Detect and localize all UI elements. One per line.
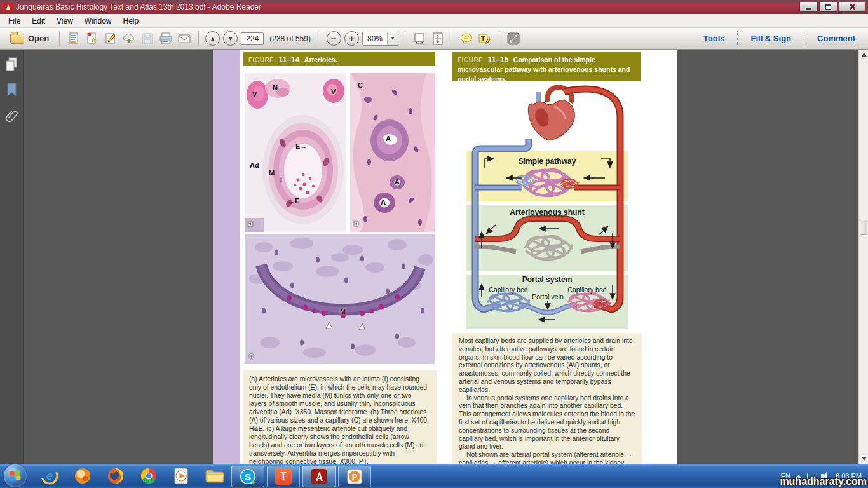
taskbar-gom-player[interactable] xyxy=(66,464,99,488)
label-endothelium-2: ←E xyxy=(288,198,299,204)
sign-button[interactable] xyxy=(103,31,118,46)
vertical-scrollbar[interactable] xyxy=(858,50,868,464)
export-pdf-icon xyxy=(86,32,98,45)
tools-pane-button[interactable]: Tools xyxy=(697,31,731,46)
taskbar: e S T P EN xyxy=(0,464,868,488)
taskbar-t-app[interactable]: T xyxy=(267,466,300,487)
label-muscle: M xyxy=(340,308,346,315)
fill-sign-pane-button[interactable]: Fill & Sign xyxy=(744,31,797,46)
firefox-icon xyxy=(106,466,125,485)
label-arteriole-2: A xyxy=(395,179,400,185)
export-pdf-button[interactable] xyxy=(85,31,100,46)
window-title: Junqueiras Basic Histology Text and Atla… xyxy=(16,3,261,11)
zoom-level-select[interactable]: 80% ▼ xyxy=(362,32,398,46)
taskbar-windows-explorer[interactable] xyxy=(198,464,231,488)
arrow-up-icon: ▲ xyxy=(210,36,215,42)
scroll-up-button[interactable] xyxy=(859,50,868,60)
zoom-dropdown-button[interactable]: ▼ xyxy=(387,32,398,45)
menu-bar: File Edit View Window Help xyxy=(0,14,868,28)
start-button[interactable] xyxy=(4,464,27,487)
figure-11-14-header: FIGURE 11–14 Arterioles. xyxy=(243,52,435,66)
fit-page-button[interactable] xyxy=(430,31,445,46)
comment-pane-button[interactable]: Comment xyxy=(811,31,862,46)
menu-view[interactable]: View xyxy=(51,15,79,27)
zoom-out-button[interactable]: − xyxy=(327,31,341,46)
upload-cloud-icon xyxy=(122,32,136,45)
paragraph-3: Not shown are arterial portal system (af… xyxy=(459,451,635,464)
label-arteriole-3: A xyxy=(381,199,386,205)
page-count-label: (238 of 559) xyxy=(269,34,311,43)
label-capillary: C xyxy=(358,82,363,88)
taskbar-firefox[interactable] xyxy=(99,464,132,488)
zoom-in-button[interactable]: + xyxy=(344,31,359,46)
label-adventitia: Ad xyxy=(250,162,259,168)
email-button[interactable] xyxy=(177,31,192,46)
panel-letter-a: a xyxy=(248,219,253,228)
figure-label: FIGURE xyxy=(248,57,274,64)
menu-edit[interactable]: Edit xyxy=(26,15,51,27)
label-venule-1: V xyxy=(252,91,257,97)
label-capillary-bed-right: Capillary bed xyxy=(567,286,606,294)
task-panes: Tools Fill & Sign Comment xyxy=(697,31,862,46)
figure-title: Arterioles. xyxy=(304,56,337,64)
open-label: Open xyxy=(28,34,49,43)
next-page-button[interactable]: ▼ xyxy=(223,31,238,46)
figure-11-14-caption: (a) Arterioles are microvessels with an … xyxy=(243,370,437,464)
menu-window[interactable]: Window xyxy=(79,15,118,27)
sign-icon xyxy=(104,32,117,45)
label-capillary-bed-left: Capillary bed xyxy=(489,286,527,294)
title-bar: Junqueiras Basic Histology Text and Atla… xyxy=(0,0,868,14)
comment-bubble-button[interactable] xyxy=(459,31,474,46)
fit-page-icon xyxy=(431,32,444,45)
fullscreen-button[interactable] xyxy=(506,31,521,46)
figure-number: 11–15 xyxy=(488,55,509,64)
save-button[interactable] xyxy=(140,31,155,46)
minimize-button[interactable] xyxy=(799,2,818,12)
highlight-text-button[interactable] xyxy=(477,31,492,46)
close-button[interactable] xyxy=(839,2,865,12)
fit-width-button[interactable] xyxy=(412,31,427,46)
attachments-icon[interactable] xyxy=(5,109,19,125)
chrome-icon xyxy=(139,466,158,485)
band-label-av-shunt: Arteriovenous shunt xyxy=(510,208,584,217)
skype-icon: S xyxy=(239,468,257,485)
taskbar-skype[interactable]: S xyxy=(231,466,264,487)
upload-cloud-button[interactable] xyxy=(121,31,137,46)
toolbar-separator xyxy=(499,31,499,46)
figure-11-15-text: Most capillary beds are supplied by arte… xyxy=(452,333,642,464)
band-label-portal-system: Portal system xyxy=(522,275,573,284)
scroll-down-button[interactable] xyxy=(859,454,868,464)
toolbar: Open ▲ ▼ (238 of 559) − + xyxy=(0,28,868,50)
close-icon xyxy=(849,3,856,10)
menu-file[interactable]: File xyxy=(3,15,26,27)
media-player-icon xyxy=(173,467,191,485)
previous-page-button[interactable]: ▲ xyxy=(205,31,220,46)
open-button[interactable]: Open xyxy=(6,32,53,45)
taskbar-media-player[interactable] xyxy=(165,464,198,488)
internet-explorer-icon: e xyxy=(40,466,59,485)
adobe-reader-app-icon xyxy=(4,3,13,11)
restore-button[interactable] xyxy=(819,2,837,12)
page-thumbnails-icon[interactable] xyxy=(5,57,19,72)
window-controls xyxy=(798,2,865,12)
histology-panel-a: V N V E→ Ad M I ←E a xyxy=(245,73,346,232)
taskbar-internet-explorer[interactable]: e xyxy=(33,464,66,488)
taskbar-powerpoint[interactable]: P xyxy=(338,466,371,487)
paragraph-2: In venous portal systems one capillary b… xyxy=(459,395,635,452)
bookmarks-icon[interactable] xyxy=(5,83,19,98)
navigation-sidebar xyxy=(0,50,24,464)
scrollbar-thumb[interactable] xyxy=(860,220,867,235)
label-intima: I xyxy=(280,177,282,183)
taskbar-chrome[interactable] xyxy=(132,464,165,488)
label-media: M xyxy=(269,170,275,176)
menu-help[interactable]: Help xyxy=(118,15,145,27)
print-button[interactable] xyxy=(158,31,173,46)
comment-bubble-icon xyxy=(459,32,473,45)
send-file-button[interactable] xyxy=(66,31,81,46)
toolbar-separator xyxy=(320,31,320,46)
taskbar-adobe-reader[interactable] xyxy=(302,466,336,487)
label-endothelium-1: E→ xyxy=(295,143,307,149)
panel-letter-b: b xyxy=(354,219,358,228)
page-number-input[interactable] xyxy=(241,32,264,45)
histology-panel-b: C A A A b xyxy=(350,73,435,232)
